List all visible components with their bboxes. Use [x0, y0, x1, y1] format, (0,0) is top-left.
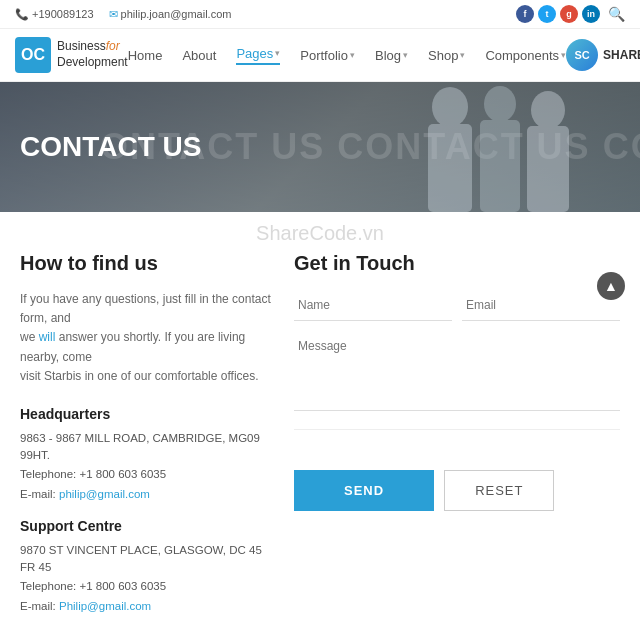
nav-blog[interactable]: Blog ▾	[375, 48, 408, 63]
support-block: Support Centre 9870 ST VINCENT PLACE, GL…	[20, 518, 274, 615]
search-icon[interactable]: 🔍	[608, 6, 625, 22]
shop-arrow-icon: ▾	[460, 50, 465, 60]
top-bar: 📞 +190089123 ✉ philip.joan@gmail.com f t…	[0, 0, 640, 29]
sharecode-text: SHARECODE.vn	[603, 48, 640, 62]
hq-title: Headquarters	[20, 406, 274, 422]
content-grid: How to find us If you have any questions…	[20, 252, 620, 630]
watermark: ShareCode.vn	[256, 222, 384, 245]
get-in-touch-title: Get in Touch	[294, 252, 620, 275]
svg-point-2	[484, 86, 516, 122]
sharecode-logo: SC SHARECODE.vn	[566, 39, 640, 71]
share-text: SHARE	[603, 48, 640, 62]
svg-point-4	[531, 91, 565, 129]
hero-title: CONTACT US	[20, 131, 201, 163]
main-content: ShareCode.vn How to find us If you have …	[0, 212, 640, 635]
find-us-title: How to find us	[20, 252, 274, 275]
twitter-icon[interactable]: t	[538, 5, 556, 23]
svg-rect-1	[428, 124, 472, 212]
support-address: 9870 ST VINCENT PLACE, GLASGOW, DC 45 FR…	[20, 542, 274, 577]
phone-info: 📞 +190089123	[15, 8, 94, 21]
nav-shop[interactable]: Shop ▾	[428, 48, 465, 63]
svg-rect-3	[480, 120, 520, 212]
header: OC BusinessforDevelopment Home About Pag…	[0, 29, 640, 82]
email-input[interactable]	[462, 290, 620, 321]
hero-people	[390, 82, 610, 212]
social-icons: f t g in	[516, 5, 600, 23]
will-text: will	[39, 330, 56, 344]
support-email-line: E-mail: Philip@gmail.com	[20, 598, 274, 615]
headquarters-block: Headquarters 9863 - 9867 MILL ROAD, CAMB…	[20, 406, 274, 503]
hq-email-line: E-mail: philip@gmail.com	[20, 486, 274, 503]
support-email-label: E-mail:	[20, 600, 56, 612]
form-buttons: SEND RESET	[294, 470, 620, 511]
svg-rect-5	[527, 126, 569, 212]
phone-icon: 📞	[15, 8, 29, 20]
right-column: Get in Touch SEND RESET ▲	[294, 252, 620, 630]
nav-portfolio[interactable]: Portfolio ▾	[300, 48, 355, 63]
logo-for: for	[106, 39, 120, 53]
message-input[interactable]	[294, 331, 620, 411]
desc-line1: If you have any questions, just fill in …	[20, 292, 271, 325]
blog-arrow-icon: ▾	[403, 50, 408, 60]
hq-address: 9863 - 9867 MILL ROAD, CAMBRIDGE, MG09 9…	[20, 430, 274, 465]
desc-line3: visit Starbis in one of our comfortable …	[20, 369, 259, 383]
sharecode-circle-icon: SC	[566, 39, 598, 71]
logo: OC BusinessforDevelopment	[15, 37, 128, 73]
support-email-link[interactable]: Philip@gmail.com	[59, 600, 151, 612]
name-input[interactable]	[294, 290, 452, 321]
hq-email-link[interactable]: philip@gmail.com	[59, 488, 150, 500]
nav-home[interactable]: Home	[128, 48, 163, 63]
email-info: ✉ philip.joan@gmail.com	[109, 8, 232, 21]
support-title: Support Centre	[20, 518, 274, 534]
nav-about[interactable]: About	[182, 48, 216, 63]
nav-pages[interactable]: Pages ▾	[236, 46, 280, 65]
logo-text: BusinessforDevelopment	[57, 39, 128, 70]
name-email-row	[294, 290, 620, 321]
hq-phone: Telephone: +1 800 603 6035	[20, 466, 274, 483]
send-button[interactable]: SEND	[294, 470, 434, 511]
main-nav: Home About Pages ▾ Portfolio ▾ Blog ▾ Sh…	[128, 46, 566, 65]
email-address: philip.joan@gmail.com	[121, 8, 232, 20]
svg-point-0	[432, 87, 468, 127]
support-phone: Telephone: +1 800 603 6035	[20, 578, 274, 595]
left-column: How to find us If you have any questions…	[20, 252, 274, 630]
form-divider	[294, 429, 620, 430]
googleplus-icon[interactable]: g	[560, 5, 578, 23]
email-icon: ✉	[109, 8, 118, 20]
top-bar-right: f t g in 🔍	[516, 5, 625, 23]
scroll-top-button[interactable]: ▲	[597, 272, 625, 300]
pages-arrow-icon: ▾	[275, 48, 280, 58]
hero-section: ONTACT US CONTACT US CO CONTACT US	[0, 82, 640, 212]
linkedin-icon[interactable]: in	[582, 5, 600, 23]
hq-email-label: E-mail:	[20, 488, 56, 500]
top-bar-left: 📞 +190089123 ✉ philip.joan@gmail.com	[15, 8, 231, 21]
reset-button[interactable]: RESET	[444, 470, 554, 511]
logo-icon: OC	[15, 37, 51, 73]
nav-components[interactable]: Components ▾	[485, 48, 566, 63]
find-us-description: If you have any questions, just fill in …	[20, 290, 274, 386]
facebook-icon[interactable]: f	[516, 5, 534, 23]
portfolio-arrow-icon: ▾	[350, 50, 355, 60]
phone-number: +190089123	[32, 8, 93, 20]
